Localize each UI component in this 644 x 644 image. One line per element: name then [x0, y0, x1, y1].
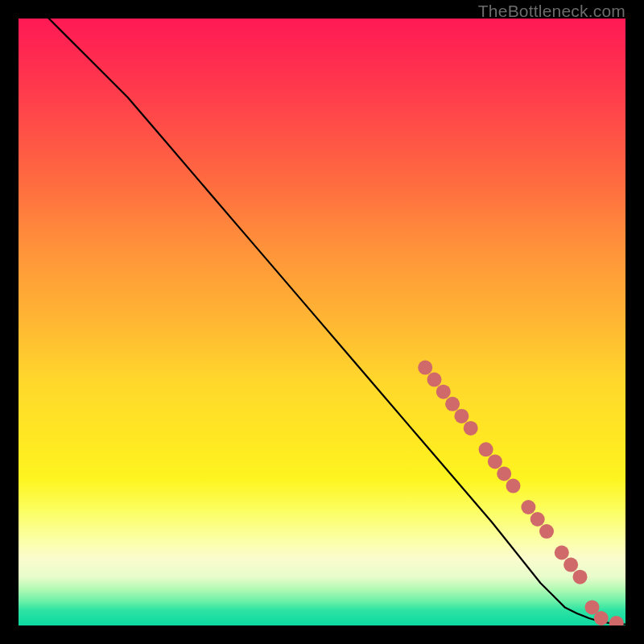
marker-group: [418, 361, 625, 625]
marker-dot: [497, 467, 511, 481]
marker-dot: [521, 500, 535, 514]
chart-frame: TheBottleneck.com: [0, 0, 644, 644]
marker-dot: [454, 409, 469, 423]
marker-dot: [488, 454, 502, 469]
marker-dot: [609, 616, 624, 625]
marker-dot: [445, 397, 460, 411]
marker-dot: [479, 442, 493, 456]
marker-dot: [564, 558, 578, 572]
marker-dot: [530, 512, 545, 526]
marker-dot: [539, 524, 554, 539]
marker-dot: [573, 570, 588, 584]
marker-dot: [418, 361, 432, 375]
marker-dot: [436, 385, 451, 399]
bottleneck-curve: [49, 19, 625, 625]
marker-dot: [464, 421, 478, 436]
chart-overlay: [19, 19, 625, 625]
marker-dot: [594, 611, 609, 625]
marker-dot: [555, 546, 569, 560]
marker-dot: [427, 373, 442, 387]
marker-dot: [506, 479, 521, 493]
